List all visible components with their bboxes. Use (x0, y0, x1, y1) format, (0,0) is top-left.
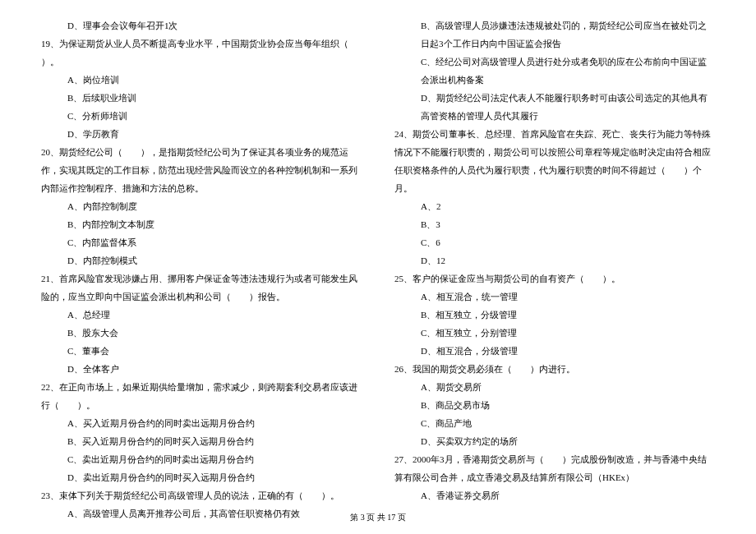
text-line: B、股东大会 (41, 324, 362, 342)
text-line: 20、期货经纪公司（ ），是指期货经纪公司为了保证其各项业务的规范运作，实现其既… (41, 143, 362, 197)
text-line: B、3 (394, 215, 715, 233)
text-line: D、卖出近期月份合约的同时买入远期月份合约 (41, 468, 362, 486)
text-line: C、分析师培训 (41, 107, 362, 125)
text-line: A、岗位培训 (41, 71, 362, 89)
text-line: A、相互混合，统一管理 (394, 288, 715, 306)
text-line: C、商品产地 (394, 414, 715, 432)
text-line: 24、期货公司董事长、总经理、首席风险官在失踪、死亡、丧失行为能力等特殊情况下不… (394, 125, 715, 197)
text-line: B、内部控制文本制度 (41, 215, 362, 233)
text-line: C、经纪公司对高级管理人员进行处分或者免职的应在公布前向中国证监会派出机构备案 (394, 53, 715, 89)
text-line: A、香港证券交易所 (394, 486, 715, 504)
text-line: D、内部控制模式 (41, 251, 362, 269)
document-content: D、理事会会议每年召开1次19、为保证期货从业人员不断提高专业水平，中国期货业协… (41, 16, 715, 522)
text-line: 19、为保证期货从业人员不断提高专业水平，中国期货业协会应当每年组织（ ）。 (41, 35, 362, 71)
text-line: B、买入近期月份合约的同时买入远期月份合约 (41, 432, 362, 450)
text-line: 21、首席风险官发现涉嫌占用、挪用客户保证金等违法违规行为或者可能发生风险的，应… (41, 269, 362, 306)
text-line: C、内部监督体系 (41, 233, 362, 251)
text-line: A、买入近期月份合约的同时卖出远期月份合约 (41, 414, 362, 432)
text-line: B、相互独立，分级管理 (394, 306, 715, 324)
text-line: 25、客户的保证金应当与期货公司的自有资产（ ）。 (394, 269, 715, 288)
text-line: D、期货经纪公司法定代表人不能履行职务时可由该公司选定的其他具有高管资格的管理人… (394, 89, 715, 125)
text-line: D、12 (394, 251, 715, 269)
text-line: A、总经理 (41, 306, 362, 324)
text-line: C、6 (394, 233, 715, 251)
text-line: D、全体客户 (41, 360, 362, 378)
text-line: C、董事会 (41, 342, 362, 360)
text-line: B、后续职业培训 (41, 89, 362, 107)
text-line: A、期货交易所 (394, 378, 715, 396)
text-line: 27、2000年3月，香港期货交易所与（ ）完成股份制改造，并与香港中央结算有限… (394, 450, 715, 486)
text-line: A、内部控制制度 (41, 197, 362, 215)
text-line: D、买卖双方约定的场所 (394, 432, 715, 450)
page-footer: 第 3 页 共 17 页 (0, 509, 756, 526)
text-line: B、高级管理人员涉嫌违法违规被处罚的，期货经纪公司应当在被处罚之日起3个工作日内… (394, 16, 715, 53)
text-line: D、相互混合，分级管理 (394, 342, 715, 360)
text-line: C、相互独立，分别管理 (394, 324, 715, 342)
text-line: B、商品交易市场 (394, 396, 715, 414)
left-column: D、理事会会议每年召开1次19、为保证期货从业人员不断提高专业水平，中国期货业协… (41, 16, 362, 522)
text-line: C、卖出近期月份合约的同时卖出远期月份合约 (41, 450, 362, 468)
text-line: A、2 (394, 197, 715, 215)
right-column: B、高级管理人员涉嫌违法违规被处罚的，期货经纪公司应当在被处罚之日起3个工作日内… (394, 16, 715, 522)
text-line: D、理事会会议每年召开1次 (41, 16, 362, 35)
text-line: 23、束体下列关于期货经纪公司高级管理人员的说法，正确的有（ ）。 (41, 486, 362, 504)
text-line: D、学历教育 (41, 125, 362, 143)
text-line: 26、我国的期货交易必须在（ ）内进行。 (394, 360, 715, 378)
text-line: 22、在正向市场上，如果近期供给量增加，需求减少，则跨期套利交易者应该进行（ ）… (41, 378, 362, 414)
